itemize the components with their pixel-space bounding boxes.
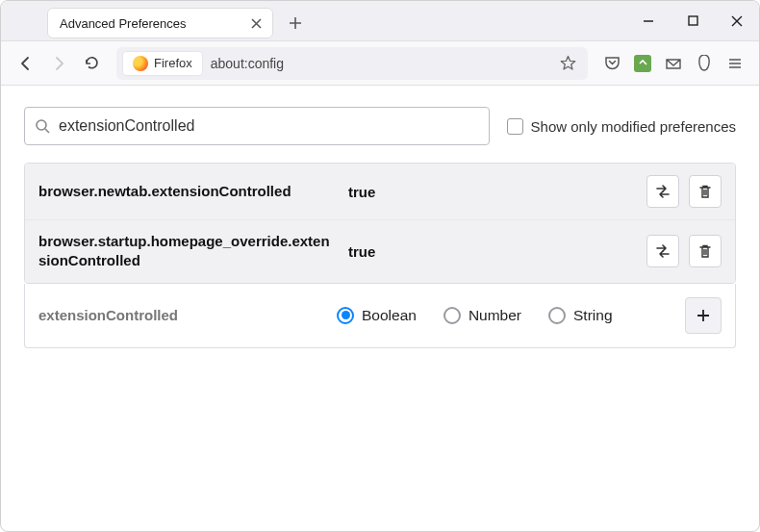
bookmark-star-icon[interactable] [554,55,582,71]
reload-button[interactable] [76,48,107,79]
close-window-button[interactable] [715,1,759,41]
browser-tab[interactable]: Advanced Preferences [47,8,273,38]
minimize-button[interactable] [626,1,671,41]
plus-icon [696,308,711,323]
type-radio-group: Boolean Number String [337,307,685,324]
back-button[interactable] [11,48,41,79]
show-modified-checkbox[interactable]: Show only modified preferences [507,118,736,135]
pref-actions [646,235,722,267]
pocket-icon[interactable] [597,49,626,78]
titlebar: Advanced Preferences [1,1,759,41]
pref-actions [646,175,722,208]
shield-icon[interactable] [690,49,719,78]
identity-box[interactable]: Firefox [122,51,203,76]
radio-number[interactable]: Number [443,307,521,324]
url-text: about:config [211,56,284,71]
url-bar[interactable]: Firefox about:config [116,47,588,80]
pref-row: browser.startup.homepage_override.extens… [25,220,735,283]
search-box[interactable] [24,107,490,145]
firefox-logo-icon [133,56,148,71]
identity-label: Firefox [154,56,192,70]
preferences-table: browser.newtab.extensionControlled true … [24,163,736,284]
search-row: Show only modified preferences [24,107,736,145]
search-input[interactable] [59,117,479,135]
add-pref-button[interactable] [685,297,722,334]
hamburger-menu-icon[interactable] [721,49,749,78]
radio-label: String [573,307,613,324]
maximize-button[interactable] [671,1,715,41]
svg-point-1 [37,120,46,130]
toggle-button[interactable] [646,235,679,267]
svg-rect-0 [689,16,697,25]
search-icon [35,118,51,135]
pref-name: browser.newtab.extensionControlled [38,182,337,201]
about-config-content: Show only modified preferences browser.n… [1,86,759,369]
forward-button[interactable] [43,48,74,79]
pref-row: browser.newtab.extensionControlled true [25,164,735,220]
tab-title: Advanced Preferences [60,16,238,31]
checkbox-box[interactable] [507,118,523,135]
toggle-button[interactable] [646,175,679,208]
mail-icon[interactable] [659,49,688,78]
window-controls [626,1,759,41]
close-tab-icon[interactable] [247,14,265,32]
radio-string[interactable]: String [548,307,613,324]
radio-label: Number [469,307,521,324]
nav-toolbar: Firefox about:config [1,41,759,86]
extension-icon[interactable] [628,49,657,78]
toggle-icon [654,242,671,260]
new-pref-name: extensionControlled [38,307,337,323]
radio-boolean[interactable]: Boolean [337,307,417,324]
new-pref-row: extensionControlled Boolean Number Strin… [24,284,736,348]
pref-name: browser.startup.homepage_override.extens… [38,232,337,271]
trash-icon [697,184,713,199]
pref-value: true [348,243,635,260]
delete-button[interactable] [689,175,722,208]
trash-icon [697,243,713,259]
show-modified-label: Show only modified preferences [531,118,736,135]
new-tab-button[interactable] [281,9,310,38]
toggle-icon [654,183,671,200]
radio-label: Boolean [362,307,417,324]
pref-value: true [348,184,635,200]
delete-button[interactable] [689,235,722,267]
